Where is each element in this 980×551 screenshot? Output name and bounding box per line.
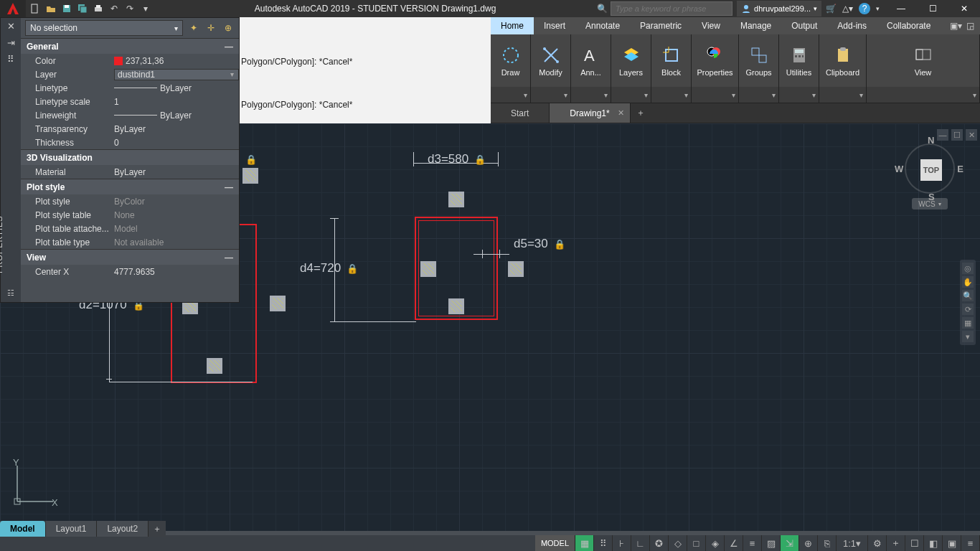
workspace-switch[interactable]: ⚙ bbox=[868, 535, 887, 551]
palette-pin-icon[interactable]: ⇥ bbox=[7, 37, 15, 48]
annotate-panel-button[interactable]: AAnn... bbox=[573, 45, 610, 77]
tab-view[interactable]: View bbox=[692, 17, 730, 34]
modify-panel-button[interactable]: Modify bbox=[532, 45, 570, 77]
selection-cycling[interactable]: ⇲ bbox=[781, 535, 799, 551]
panel-dropdown-icon[interactable]: ▾ bbox=[772, 91, 776, 99]
layout-tab-layout1[interactable]: Layout1 bbox=[46, 521, 98, 537]
snap-toggle[interactable]: ⠿ bbox=[594, 535, 613, 551]
saveall-icon[interactable] bbox=[75, 1, 90, 17]
nav-pan-icon[interactable]: ✋ bbox=[962, 276, 974, 288]
collapse-icon[interactable]: — bbox=[225, 253, 233, 263]
panel-dropdown-icon[interactable]: ▾ bbox=[524, 91, 527, 99]
vp-minimize-icon[interactable]: — bbox=[937, 129, 948, 141]
collapse-icon[interactable]: — bbox=[225, 42, 233, 52]
featured-apps-icon[interactable]: ▣▾ bbox=[950, 21, 962, 31]
select-objects-icon[interactable]: ✛ bbox=[204, 22, 217, 34]
add-layout-button[interactable]: ＋ bbox=[149, 521, 166, 537]
panel-dropdown-icon[interactable]: ▾ bbox=[564, 91, 567, 99]
grid-toggle[interactable]: ▦ bbox=[575, 535, 594, 551]
prop-linetype[interactable]: LinetypeByLayer bbox=[21, 81, 239, 95]
viewcube-south[interactable]: S bbox=[928, 192, 935, 202]
model-paper-toggle[interactable]: MODEL bbox=[535, 535, 575, 551]
layers-panel-button[interactable]: Layers bbox=[613, 45, 650, 77]
isolate-objects[interactable]: ◧ bbox=[924, 535, 943, 551]
nav-zoom-icon[interactable]: 🔍 bbox=[962, 290, 974, 301]
file-tab-start[interactable]: Start bbox=[491, 103, 550, 123]
tab-output[interactable]: Output bbox=[781, 17, 827, 34]
section-3dviz[interactable]: 3D Visualization bbox=[21, 149, 239, 165]
ribbon-collapse-icon[interactable]: ◲ bbox=[966, 21, 974, 31]
nav-more-icon[interactable]: ▾ bbox=[962, 331, 974, 342]
tab-insert[interactable]: Insert bbox=[534, 17, 575, 34]
osnap-toggle[interactable]: □ bbox=[687, 535, 706, 551]
vp-maximize-icon[interactable]: ☐ bbox=[951, 129, 963, 141]
prop-color[interactable]: Color237,31,36 bbox=[21, 54, 239, 67]
view-panel-button[interactable]: View bbox=[905, 45, 942, 77]
panel-dropdown-icon[interactable]: ▾ bbox=[973, 91, 976, 99]
transparency-toggle[interactable]: ▨ bbox=[762, 535, 781, 551]
plot-icon[interactable] bbox=[90, 1, 106, 17]
dynamic-input[interactable]: ⊕ bbox=[799, 535, 818, 551]
utilities-panel-button[interactable]: Utilities bbox=[781, 45, 818, 77]
nav-orbit-icon[interactable]: ⟳ bbox=[962, 303, 974, 315]
viewcube-east[interactable]: E bbox=[957, 164, 963, 174]
tab-collaborate[interactable]: Collaborate bbox=[877, 17, 941, 34]
viewcube-west[interactable]: W bbox=[895, 164, 903, 174]
palette-props-icon[interactable]: ☷ bbox=[7, 288, 14, 298]
viewcube-face-top[interactable]: TOP bbox=[920, 159, 942, 181]
viewcube-north[interactable]: N bbox=[928, 135, 934, 146]
collapse-icon[interactable]: — bbox=[225, 182, 233, 192]
section-general[interactable]: General— bbox=[21, 38, 239, 54]
isodraft-toggle[interactable]: ◇ bbox=[669, 535, 687, 551]
new-icon[interactable] bbox=[27, 1, 43, 17]
panel-dropdown-icon[interactable]: ▾ bbox=[732, 91, 735, 99]
prop-material[interactable]: MaterialByLayer bbox=[21, 165, 239, 179]
lineweight-toggle[interactable]: ≡ bbox=[743, 535, 762, 551]
prop-layer[interactable]: Layerdustbind1▾ bbox=[21, 67, 239, 81]
tab-annotate[interactable]: Annotate bbox=[575, 17, 630, 34]
annotation-monitor[interactable]: ＋ bbox=[887, 535, 905, 551]
open-icon[interactable] bbox=[43, 1, 59, 17]
panel-dropdown-icon[interactable]: ▾ bbox=[859, 91, 863, 99]
prop-centerx[interactable]: Center X4777.9635 bbox=[21, 265, 239, 278]
prop-ltscale[interactable]: Linetype scale1 bbox=[21, 95, 239, 108]
panel-dropdown-icon[interactable]: ▾ bbox=[684, 91, 688, 99]
polar-toggle[interactable]: ✪ bbox=[650, 535, 669, 551]
close-button[interactable]: ✕ bbox=[948, 0, 980, 17]
maximize-button[interactable]: ☐ bbox=[917, 0, 948, 17]
qat-dropdown-icon[interactable]: ▾ bbox=[138, 1, 154, 17]
ortho-toggle[interactable]: ∟ bbox=[631, 535, 650, 551]
tab-home[interactable]: Home bbox=[491, 17, 534, 34]
properties-panel-button[interactable]: Properties bbox=[693, 45, 738, 77]
section-view[interactable]: View— bbox=[21, 249, 239, 265]
section-plotstyle[interactable]: Plot style— bbox=[21, 179, 239, 194]
prop-lineweight[interactable]: LineweightByLayer bbox=[21, 108, 239, 122]
vp-close-icon[interactable]: ✕ bbox=[966, 129, 977, 141]
tab-manage[interactable]: Manage bbox=[730, 17, 781, 34]
palette-close-icon[interactable]: ✕ bbox=[7, 21, 15, 32]
undo-icon[interactable]: ↶ bbox=[106, 1, 122, 17]
layout-tab-layout2[interactable]: Layout2 bbox=[97, 521, 149, 537]
otrack-toggle[interactable]: ∠ bbox=[725, 535, 743, 551]
quick-properties[interactable]: ⎘ bbox=[818, 535, 837, 551]
file-tab-drawing1[interactable]: Drawing1*✕ bbox=[550, 103, 630, 123]
tab-parametric[interactable]: Parametric bbox=[630, 17, 692, 34]
annotation-scale[interactable]: 1:1▾ bbox=[837, 535, 868, 551]
infer-toggle[interactable]: ⊦ bbox=[613, 535, 631, 551]
prop-transparency[interactable]: TransparencyByLayer bbox=[21, 122, 239, 136]
ucs-icon[interactable]: X Y bbox=[10, 458, 60, 511]
user-menu[interactable]: dhruvpatel299... ▾ bbox=[737, 1, 821, 17]
prop-thickness[interactable]: Thickness0 bbox=[21, 136, 239, 149]
minimize-button[interactable]: — bbox=[885, 0, 917, 17]
cart-icon[interactable]: 🛒 bbox=[826, 4, 837, 14]
autodesk-app-icon[interactable]: △▾ bbox=[842, 4, 853, 14]
groups-panel-button[interactable]: Groups bbox=[740, 45, 778, 77]
nav-showmotion-icon[interactable]: ▦ bbox=[962, 317, 974, 329]
viewcube[interactable]: TOP N S E W WCS▾ bbox=[887, 143, 973, 209]
customization[interactable]: ≡ bbox=[961, 535, 980, 551]
quickselect-icon[interactable]: ✦ bbox=[187, 22, 200, 34]
draw-panel-button[interactable]: Draw bbox=[492, 45, 529, 77]
block-panel-button[interactable]: Block bbox=[653, 45, 690, 77]
pickadd-icon[interactable]: ⊕ bbox=[222, 22, 235, 34]
nav-wheel-icon[interactable]: ◎ bbox=[962, 263, 974, 274]
